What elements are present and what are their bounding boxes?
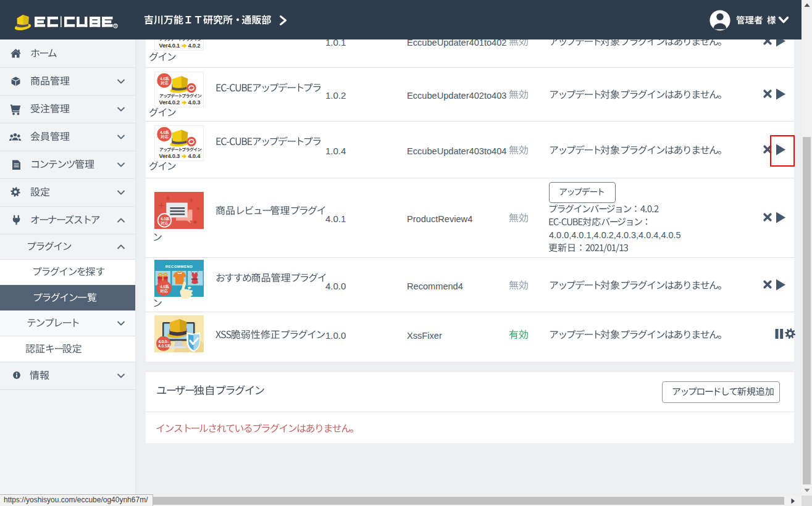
svg-text:RECOMMEND: RECOMMEND xyxy=(165,265,193,268)
svg-text:Ver4.0.3: Ver4.0.3 xyxy=(159,153,180,159)
svg-text:4.0.3: 4.0.3 xyxy=(188,99,201,106)
svg-text:Ver4.0.2: Ver4.0.2 xyxy=(159,99,180,106)
svg-text:4.0.2: 4.0.2 xyxy=(188,43,201,49)
svg-text:Ver4.0.1: Ver4.0.1 xyxy=(159,43,180,49)
svg-text:4.0.4: 4.0.4 xyxy=(188,153,201,159)
svg-text:4.0.0–: 4.0.0– xyxy=(158,339,169,344)
